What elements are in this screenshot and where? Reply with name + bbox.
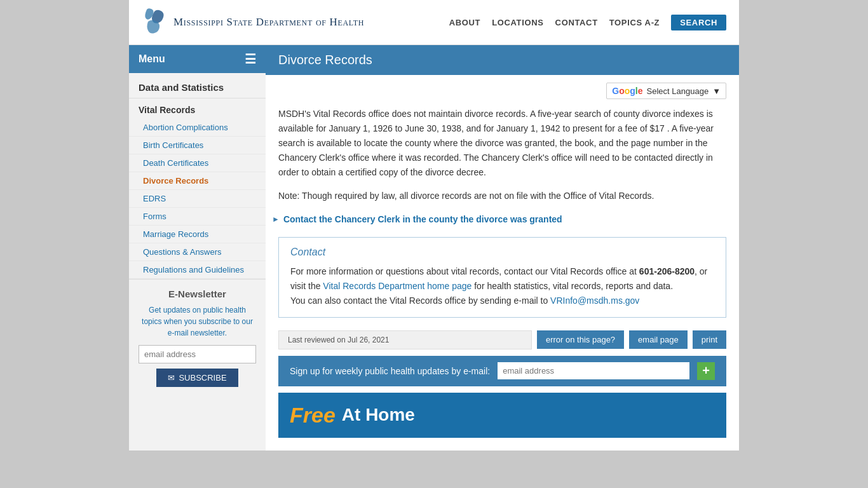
nav-about[interactable]: ABOUT (449, 18, 480, 27)
nav-topics-az[interactable]: TOPICS A-Z (609, 18, 660, 27)
contact-title: Contact (290, 247, 714, 258)
body-note: Note: Though required by law, all divorc… (278, 189, 726, 203)
error-button[interactable]: error on this page? (537, 330, 624, 349)
chevron-down-icon: ▼ (712, 86, 721, 96)
sidebar-item-edrs[interactable]: EDRS (129, 190, 266, 208)
logo-icon (142, 6, 167, 38)
sidebar-item-qa[interactable]: Questions & Answers (129, 243, 266, 261)
translate-label: Select Language (647, 86, 709, 96)
sidebar-item-forms[interactable]: Forms (129, 208, 266, 226)
menu-label: Menu (139, 53, 165, 65)
nav-links: ABOUT LOCATIONS CONTACT TOPICS A-Z SEARC… (449, 15, 726, 30)
main-content: Divorce Records Google Select Language ▼… (266, 45, 739, 451)
print-button[interactable]: print (693, 330, 726, 349)
sidebar-item-abortion[interactable]: Abortion Complications (129, 119, 266, 137)
banner-free-text: Free (290, 403, 336, 428)
translate-bar: Google Select Language ▼ (266, 83, 739, 107)
footer-bar: Last reviewed on Jul 26, 2021 error on t… (278, 330, 726, 349)
sidebar-section-title: Data and Statistics (129, 73, 266, 98)
nav-search[interactable]: SEARCH (671, 15, 726, 30)
sidebar-item-divorce[interactable]: Divorce Records (129, 172, 266, 190)
email-input-newsletter[interactable] (139, 345, 256, 363)
contact-text: For more information or questions about … (290, 264, 714, 308)
header: Mississippi State Department of Health A… (129, 0, 739, 45)
sidebar-item-birth[interactable]: Birth Certificates (129, 137, 266, 154)
signup-email-input[interactable] (498, 362, 689, 379)
hamburger-icon[interactable]: ☰ (245, 51, 256, 67)
nav-contact[interactable]: CONTACT (555, 18, 598, 27)
nav-locations[interactable]: LOCATIONS (492, 18, 543, 27)
chancery-link[interactable]: Contact the Chancery Clerk in the county… (283, 214, 562, 224)
sidebar-item-death[interactable]: Death Certificates (129, 154, 266, 172)
logo-text: Mississippi State Department of Health (173, 16, 364, 29)
page-title-bar: Divorce Records (266, 45, 739, 75)
last-reviewed: Last reviewed on Jul 26, 2021 (278, 330, 532, 349)
sidebar-item-regulations[interactable]: Regulations and Guidelines (129, 261, 266, 279)
bottom-banner: Free At Home (278, 393, 726, 438)
arrow-icon: ► (272, 215, 280, 224)
sidebar-category-vital: Vital Records (129, 98, 266, 119)
logo-area: Mississippi State Department of Health (142, 6, 364, 38)
contact-section: Contact For more information or question… (278, 237, 726, 318)
vr-home-link[interactable]: Vital Records Department home page (323, 281, 471, 291)
contact-email-text: You can also contact the Vital Records o… (290, 295, 550, 306)
chancery-link-area: ► Contact the Chancery Clerk in the coun… (272, 214, 739, 224)
content-area: Menu ☰ Data and Statistics Vital Records… (129, 45, 739, 451)
sidebar-menu-bar[interactable]: Menu ☰ (129, 45, 266, 73)
sidebar-item-marriage[interactable]: Marriage Records (129, 226, 266, 243)
body-text: MSDH's Vital Records office does not mai… (266, 107, 739, 204)
enewsletter-title: E-Newsletter (139, 288, 256, 299)
contact-text-after-link: for health statistics, vital records, re… (471, 281, 673, 291)
sidebar: Menu ☰ Data and Statistics Vital Records… (129, 45, 266, 451)
signup-plus-button[interactable]: + (697, 362, 715, 380)
subscribe-button[interactable]: ✉ SUBSCRIBE (156, 369, 238, 387)
body-paragraph-1: MSDH's Vital Records office does not mai… (278, 107, 726, 180)
signup-strip-label: Sign up for weekly public health updates… (290, 366, 490, 376)
contact-phone: 601-206-8200 (639, 266, 695, 276)
enewsletter-desc: Get updates on public health topics when… (139, 304, 256, 339)
contact-text-before-phone: For more information or questions about … (290, 266, 639, 276)
banner-rest-text: At Home (342, 405, 415, 425)
enewsletter-box: E-Newsletter Get updates on public healt… (129, 279, 266, 396)
translate-widget[interactable]: Google Select Language ▼ (606, 83, 726, 99)
signup-strip: Sign up for weekly public health updates… (278, 356, 726, 386)
email-page-button[interactable]: email page (629, 330, 688, 349)
envelope-icon: ✉ (168, 373, 175, 383)
google-g-icon: Google (612, 86, 642, 96)
contact-email-link[interactable]: VRInfo@msdh.ms.gov (550, 295, 639, 306)
subscribe-label: SUBSCRIBE (179, 373, 226, 383)
